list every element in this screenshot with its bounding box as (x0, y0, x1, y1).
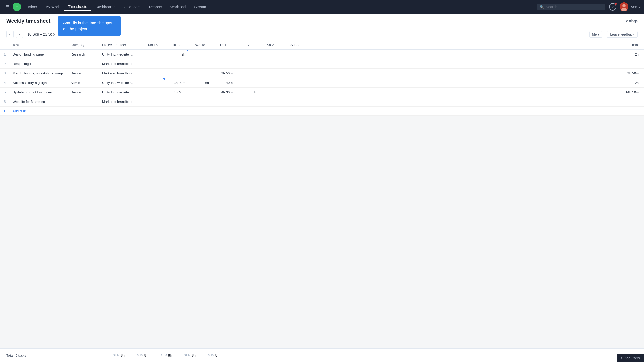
nav-my-work[interactable]: My Work (42, 3, 63, 11)
row-num: 3 (0, 69, 9, 78)
user-menu[interactable]: Ann ∨ (631, 5, 641, 9)
task-project: Marketec brandboo... (99, 97, 141, 107)
cell-th[interactable] (212, 59, 236, 69)
cell-we[interactable] (188, 97, 212, 107)
cell-mo[interactable] (141, 69, 165, 78)
table-row: 1 Design landing page Research Unity Inc… (0, 50, 644, 59)
col-mo: Mo 16 (141, 40, 165, 50)
nav-workload[interactable]: Workload (167, 3, 189, 11)
row-total: 2h 50m (307, 69, 644, 78)
cell-we[interactable] (188, 88, 212, 97)
cell-su[interactable] (283, 78, 307, 88)
cell-mo[interactable] (141, 88, 165, 97)
cell-su[interactable] (283, 97, 307, 107)
task-category (67, 97, 99, 107)
cell-fr[interactable] (236, 78, 259, 88)
cell-fr[interactable] (236, 69, 259, 78)
cell-tu[interactable] (165, 59, 188, 69)
cell-th[interactable] (212, 97, 236, 107)
nav-reports[interactable]: Reports (145, 3, 165, 11)
task-name[interactable]: Design landing page (9, 50, 67, 59)
nav-timesheets[interactable]: Timesheets (64, 3, 91, 11)
row-num: 5 (0, 88, 9, 97)
col-sa: Sa 21 (259, 40, 283, 50)
add-button[interactable]: + (13, 3, 21, 11)
cell-th[interactable]: 4h 30m (212, 88, 236, 97)
task-category: Design (67, 88, 99, 97)
table-row: 6 Website for Marketec Marketec brandboo… (0, 97, 644, 107)
cell-sa[interactable] (259, 69, 283, 78)
settings-button[interactable]: Settings (624, 19, 638, 23)
task-category: Admin (67, 78, 99, 88)
col-project: Project or folder (99, 40, 141, 50)
cell-tu[interactable]: 4h 40m (165, 88, 188, 97)
col-task: Task (9, 40, 67, 50)
cell-tu[interactable] (165, 97, 188, 107)
add-task-row: + Add task (0, 107, 644, 116)
task-project: Marketec brandboo... (99, 69, 141, 78)
hamburger-menu[interactable]: ☰ (3, 2, 12, 12)
col-tu: Tu 17 (165, 40, 188, 50)
tooltip-ann: Ann fills in the time she spent on the p… (58, 16, 121, 36)
cell-th[interactable]: 2h 50m (212, 69, 236, 78)
cell-we[interactable] (188, 59, 212, 69)
notification-badge (615, 3, 617, 5)
date-range: 16 Sep – 22 Sep (27, 32, 55, 36)
cell-su[interactable] (283, 69, 307, 78)
cell-mo[interactable] (141, 78, 165, 88)
task-name[interactable]: Website for Marketec (9, 97, 67, 107)
cell-th[interactable]: 40m (212, 78, 236, 88)
svg-point-1 (622, 4, 626, 7)
avatar[interactable] (620, 2, 628, 11)
next-week-button[interactable]: › (16, 31, 23, 38)
cell-we[interactable] (188, 69, 212, 78)
col-fr: Fr 20 (236, 40, 259, 50)
cell-sa[interactable] (259, 59, 283, 69)
task-project: Unity Inc. website r... (99, 88, 141, 97)
page-title: Weekly timesheet (6, 18, 51, 24)
leave-feedback-button[interactable]: Leave feedback (607, 31, 638, 38)
cell-tu[interactable]: 2h (165, 50, 188, 59)
task-name[interactable]: Merch: t-shirts, sweatshirts, mugs (9, 69, 67, 78)
cell-fr[interactable] (236, 97, 259, 107)
row-total: 2h (307, 50, 644, 59)
me-filter-button[interactable]: Me ▾ (589, 31, 603, 38)
add-task-icon: + (0, 107, 9, 116)
cell-tu[interactable] (165, 69, 188, 78)
nav-stream[interactable]: Stream (190, 3, 210, 11)
corner-mark (163, 78, 165, 80)
col-th: Th 19 (212, 40, 236, 50)
cell-su[interactable] (283, 88, 307, 97)
cell-fr[interactable]: 5h (236, 88, 259, 97)
cell-fr[interactable] (236, 50, 259, 59)
search-input[interactable] (546, 5, 603, 9)
prev-week-button[interactable]: ‹ (6, 31, 14, 38)
row-total (307, 59, 644, 69)
row-total (307, 97, 644, 107)
nav-calendars[interactable]: Calendars (120, 3, 144, 11)
top-navigation: ☰ + Inbox My Work Timesheets Dashboards … (0, 0, 644, 14)
cell-we[interactable]: 8h (188, 78, 212, 88)
cell-we[interactable] (188, 50, 212, 59)
cell-th[interactable] (212, 50, 236, 59)
cell-su[interactable] (283, 59, 307, 69)
task-name[interactable]: Success story highlights (9, 78, 67, 88)
row-num: 4 (0, 78, 9, 88)
task-name[interactable]: Update product tour video (9, 88, 67, 97)
cell-tu[interactable]: 3h 20m (165, 78, 188, 88)
add-task-button[interactable]: Add task (13, 109, 26, 113)
cell-sa[interactable] (259, 97, 283, 107)
help-button[interactable]: ? (609, 3, 616, 11)
task-name[interactable]: Design logo (9, 59, 67, 69)
cell-sa[interactable] (259, 88, 283, 97)
cell-fr[interactable] (236, 59, 259, 69)
cell-mo[interactable] (141, 59, 165, 69)
cell-mo[interactable] (141, 50, 165, 59)
cell-sa[interactable] (259, 50, 283, 59)
corner-mark (186, 50, 188, 52)
nav-inbox[interactable]: Inbox (24, 3, 41, 11)
cell-su[interactable] (283, 50, 307, 59)
cell-mo[interactable] (141, 97, 165, 107)
nav-dashboards[interactable]: Dashboards (92, 3, 119, 11)
cell-sa[interactable] (259, 78, 283, 88)
